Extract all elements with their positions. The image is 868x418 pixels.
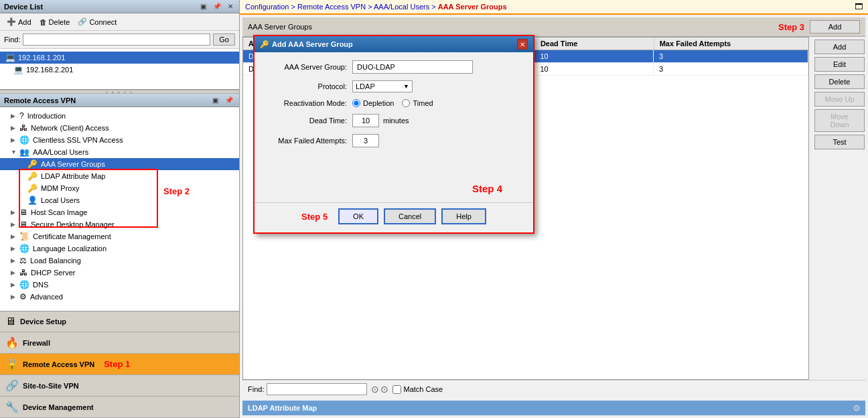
minimize-remote-vpn[interactable]: ▣	[210, 96, 220, 104]
breadcrumb-remote-vpn[interactable]: Remote Access VPN	[297, 3, 366, 11]
next-result-btn[interactable]: ⊙	[380, 384, 388, 395]
remote-vpn-section: Remote Access VPN ▣ 📌 ▶ ? Introduction ▶…	[0, 94, 239, 311]
device-find-bar: Find: Go	[0, 31, 239, 49]
minimize-device-list[interactable]: ▣	[198, 2, 208, 11]
breadcrumb-config[interactable]: Configuration	[245, 3, 289, 11]
find-section: Find:	[248, 383, 367, 395]
add-label: Add	[18, 18, 31, 26]
network-icon: 🖧	[19, 123, 27, 133]
delete-device-btn[interactable]: 🗑 Delete	[37, 17, 73, 27]
server-group-label: AAA Server Group:	[265, 63, 352, 71]
breadcrumb-current: AAA Server Groups	[438, 3, 507, 11]
ldap-attribute-map-bar[interactable]: LDAP Attribute Map ⊙	[242, 401, 865, 415]
depletion-radio[interactable]	[352, 99, 360, 107]
depletion-label: Depletion	[363, 99, 394, 107]
vpn-label-network-client: Network (Client) Access	[31, 124, 109, 132]
maximize-btn[interactable]: 🗖	[855, 2, 863, 11]
move-up-btn[interactable]: Move Up	[814, 92, 865, 107]
vpn-node-aaa-local[interactable]: ▼ 👥 AAA/Local Users	[0, 146, 239, 158]
max-failed-control	[352, 134, 522, 147]
vpn-node-aaa-server-groups[interactable]: 🔑 AAA Server Groups	[0, 158, 239, 170]
find-input-bottom[interactable]	[267, 383, 367, 395]
help-btn[interactable]: Help	[441, 208, 486, 224]
form-row-max-failed: Max Failed Attempts:	[265, 134, 522, 147]
max-failed-label: Max Failed Attempts:	[265, 137, 352, 145]
row1-max-failed: 3	[654, 50, 808, 62]
vpn-node-language[interactable]: ▶ 🌐 Language Localization	[0, 242, 239, 255]
reactivation-label: Reactivation Mode:	[265, 99, 352, 107]
depletion-option[interactable]: Depletion	[352, 99, 394, 107]
nav-firewall[interactable]: 🔥 Firewall	[0, 332, 239, 354]
vpn-node-cert-mgmt[interactable]: ▶ 📜 Certificate Management	[0, 230, 239, 242]
nav-site-to-site[interactable]: 🔗 Site-to-Site VPN	[0, 375, 239, 397]
modal-body: AAA Server Group: Protocol: LDAP ▼	[255, 52, 533, 202]
reactivation-control: Depletion Timed	[352, 99, 522, 107]
vpn-node-network-client[interactable]: ▶ 🖧 Network (Client) Access	[0, 122, 239, 134]
timed-radio[interactable]	[402, 99, 410, 107]
vpn-label-clientless: Clientless SSL VPN Access	[33, 136, 123, 144]
right-action-buttons: Add Edit Delete Move Up Move Down Test	[812, 37, 865, 380]
dns-icon: 🌐	[19, 280, 29, 289]
delete-server-group-btn[interactable]: Delete	[814, 74, 865, 89]
edit-server-group-btn[interactable]: Edit	[814, 57, 865, 72]
pin-remote-vpn[interactable]: 📌	[223, 96, 235, 104]
nav-firewall-label: Firewall	[23, 339, 50, 347]
device-find-input[interactable]	[23, 33, 210, 46]
col-max-failed: Max Failed Attempts	[654, 38, 808, 50]
nav-device-mgmt-label: Device Management	[23, 403, 94, 411]
ok-btn[interactable]: OK	[338, 208, 378, 224]
pin-device-list[interactable]: 📌	[211, 2, 223, 11]
prev-result-btn[interactable]: ⊙	[371, 384, 379, 395]
expand-cert: ▶	[11, 233, 17, 240]
vpn-label-aaa-server-groups: AAA Server Groups	[41, 160, 105, 168]
vpn-node-secure-desktop[interactable]: ▶ 🖥 Secure Desktop Manager	[0, 218, 239, 230]
modal-close-btn[interactable]: ✕	[517, 39, 528, 50]
nav-device-setup-label: Device Setup	[20, 318, 66, 326]
match-case-checkbox[interactable]	[392, 385, 401, 394]
device-item-1[interactable]: 💻 192.168.1.201	[0, 52, 239, 64]
vpn-node-dns[interactable]: ▶ 🌐 DNS	[0, 279, 239, 291]
vpn-node-dhcp[interactable]: ▶ 🖧 DHCP Server	[0, 267, 239, 279]
breadcrumb-sep1: >	[291, 3, 297, 11]
device-ip-1: 192.168.1.201	[18, 54, 65, 62]
vpn-node-advanced[interactable]: ▶ ⚙ Advanced	[0, 291, 239, 303]
form-row-protocol: Protocol: LDAP ▼	[265, 80, 522, 92]
add-server-group-btn[interactable]: Add	[814, 40, 865, 54]
close-device-list[interactable]: ✕	[226, 2, 235, 11]
breadcrumb-aaa[interactable]: AAA/Local Users	[374, 3, 429, 11]
nav-device-mgmt[interactable]: 🔧 Device Management	[0, 397, 239, 418]
nav-remote-vpn-label: Remote Access VPN	[23, 360, 94, 368]
find-go-btn[interactable]: Go	[213, 33, 235, 46]
local-users-icon: 👤	[27, 196, 38, 205]
vpn-node-load-balance[interactable]: ▶ ⚖ Load Balancing	[0, 255, 239, 267]
move-down-btn[interactable]: Move Down	[814, 109, 865, 132]
form-row-reactivation: Reactivation Mode: Depletion Timed	[265, 99, 522, 107]
top-add-btn[interactable]: Add	[810, 20, 860, 33]
vpn-node-local-users[interactable]: 👤 Local Users	[0, 194, 239, 206]
cancel-btn[interactable]: Cancel	[384, 208, 436, 224]
test-btn[interactable]: Test	[814, 135, 865, 149]
connect-btn[interactable]: 🔗 Connect	[75, 16, 119, 27]
dead-time-input[interactable]	[352, 114, 379, 127]
vpn-node-ldap-map[interactable]: 🔑 LDAP Attribute Map	[0, 170, 239, 182]
vpn-node-introduction[interactable]: ▶ ? Introduction	[0, 110, 239, 122]
vpn-node-clientless[interactable]: ▶ 🌐 Clientless SSL VPN Access	[0, 134, 239, 146]
vpn-tree: ▶ ? Introduction ▶ 🖧 Network (Client) Ac…	[0, 107, 239, 311]
protocol-select[interactable]: LDAP ▼	[352, 80, 413, 92]
vpn-node-host-scan[interactable]: ▶ 🖥 Host Scan Image	[0, 206, 239, 218]
ldap-expand-btn[interactable]: ⊙	[853, 403, 860, 413]
row2-max-failed: 3	[654, 63, 808, 75]
device-list-titlebar: Device List ▣ 📌 ✕	[0, 0, 239, 13]
vpn-node-mdm[interactable]: 🔑 MDM Proxy	[0, 182, 239, 194]
aaa-icon: 👥	[19, 147, 29, 157]
nav-device-setup[interactable]: 🖥 Device Setup	[0, 311, 239, 332]
server-group-input[interactable]	[352, 60, 473, 74]
right-panel: Configuration > Remote Access VPN > AAA/…	[240, 0, 868, 418]
timed-option[interactable]: Timed	[402, 99, 433, 107]
nav-remote-access-vpn[interactable]: 🔒 Remote Access VPN Step 1	[0, 354, 239, 375]
site-to-site-icon: 🔗	[5, 379, 19, 392]
max-failed-input[interactable]	[352, 134, 379, 147]
add-device-btn[interactable]: ➕ Add	[4, 16, 34, 27]
device-list-section: Device List ▣ 📌 ✕ ➕ Add 🗑 Delete �	[0, 0, 239, 90]
device-item-2[interactable]: 💻 192.168.2.201	[0, 64, 239, 76]
